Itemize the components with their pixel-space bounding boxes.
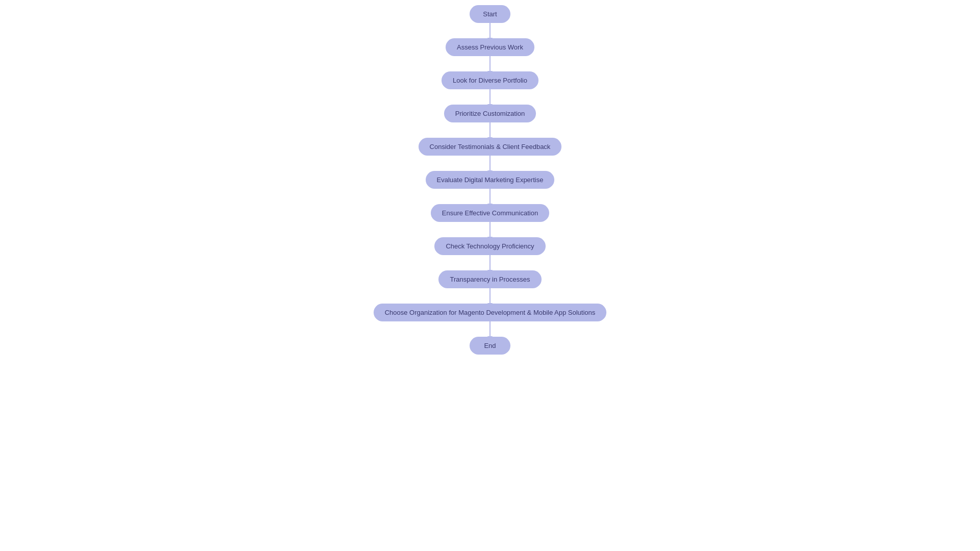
connector-2: [489, 56, 491, 71]
node-assess: Assess Previous Work: [446, 38, 534, 56]
node-transparency: Transparency in Processes: [438, 270, 541, 288]
node-start: Start: [470, 5, 510, 23]
node-communication: Ensure Effective Communication: [431, 204, 549, 222]
node-choose: Choose Organization for Magento Developm…: [374, 304, 607, 321]
connector-7: [489, 222, 491, 237]
connector-6: [489, 189, 491, 204]
node-technology: Check Technology Proficiency: [434, 237, 545, 255]
node-testimonials: Consider Testimonials & Client Feedback: [419, 138, 562, 156]
connector-9: [489, 288, 491, 304]
connector-3: [489, 89, 491, 105]
node-diverse: Look for Diverse Portfolio: [442, 71, 538, 89]
connector-8: [489, 255, 491, 270]
connector-10: [489, 321, 491, 337]
connector-4: [489, 122, 491, 138]
connector-1: [489, 23, 491, 38]
connector-5: [489, 156, 491, 171]
node-prioritize: Prioritize Customization: [444, 105, 536, 122]
node-end: End: [470, 337, 510, 355]
node-evaluate: Evaluate Digital Marketing Expertise: [426, 171, 555, 189]
flowchart: Start Assess Previous Work Look for Dive…: [374, 0, 607, 355]
